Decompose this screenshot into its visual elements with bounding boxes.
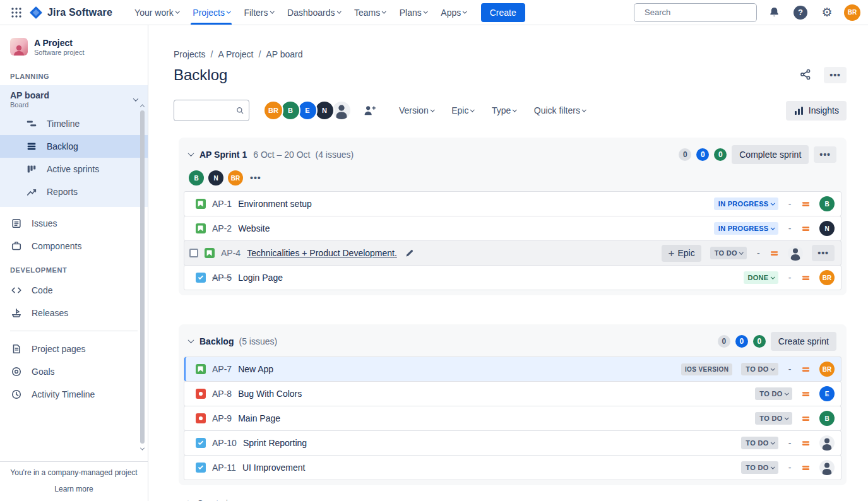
quick-filters[interactable]: Quick filters <box>528 102 592 119</box>
sidebar-item-code[interactable]: Code <box>0 279 148 302</box>
backlog-title[interactable]: Backlog <box>199 336 234 346</box>
status-dropdown[interactable]: TO DO <box>741 437 778 449</box>
avatar-n[interactable]: N <box>208 170 223 186</box>
sidebar-item-activity-timeline[interactable]: Activity Timeline <box>0 383 148 406</box>
breadcrumb-project[interactable]: A Project <box>218 49 253 59</box>
sidebar-scrollbar[interactable] <box>138 102 146 452</box>
status-dropdown[interactable]: TO DO <box>755 387 792 400</box>
issue-row[interactable]: AP-8 Bug With Colors TO DO E <box>184 381 841 406</box>
assignee-avatar[interactable]: E <box>819 386 835 401</box>
board-search-input[interactable] <box>179 105 236 116</box>
share-icon[interactable] <box>794 64 817 86</box>
issue-more-icon[interactable]: ••• <box>812 245 835 261</box>
breadcrumb-board[interactable]: AP board <box>266 49 302 59</box>
assignee-avatar[interactable]: N <box>819 221 835 236</box>
issue-checkbox[interactable] <box>189 249 198 257</box>
issue-row[interactable]: AP-10 Sprint Reporting TO DO - <box>184 430 841 456</box>
create-sprint-button[interactable]: Create sprint <box>771 332 836 351</box>
avatar-br[interactable]: BR <box>228 170 243 186</box>
complete-sprint-button[interactable]: Complete sprint <box>732 145 809 164</box>
collapse-chevron-icon[interactable] <box>188 150 194 156</box>
assignee-avatar-unassigned[interactable] <box>788 245 803 261</box>
status-dropdown[interactable]: TO DO <box>755 412 792 425</box>
breadcrumb-projects[interactable]: Projects <box>174 49 206 59</box>
learn-more-link[interactable]: Learn more <box>8 485 140 493</box>
sidebar-item-components[interactable]: Components <box>0 235 148 257</box>
sidebar-item-project-pages[interactable]: Project pages <box>0 338 148 360</box>
assignee-avatar[interactable]: B <box>819 411 835 426</box>
status-dropdown[interactable]: IN PROGRESS <box>714 222 778 235</box>
issue-row[interactable]: AP-7 New App IOS VERSION TO DO - BR <box>184 357 841 382</box>
status-dropdown[interactable]: TO DO <box>741 461 778 474</box>
settings-gear-icon[interactable]: ⚙ <box>817 3 836 22</box>
sidebar-item-backlog[interactable]: Backlog <box>0 135 148 158</box>
help-icon[interactable]: ? <box>791 3 810 22</box>
issue-row[interactable]: AP-11 UI Improvement TO DO - <box>184 455 841 480</box>
status-dropdown[interactable]: IN PROGRESS <box>714 197 778 210</box>
avatars-more-icon[interactable]: ••• <box>247 170 264 186</box>
jira-logo[interactable]: Jira Software <box>29 6 112 20</box>
sidebar-item-label: Backlog <box>47 141 78 151</box>
nav-apps[interactable]: Apps <box>434 0 473 25</box>
sprint-dates: 6 Oct – 20 Oct <box>253 150 310 160</box>
nav-your-work[interactable]: Your work <box>128 0 186 25</box>
user-avatar[interactable]: BR <box>844 4 860 21</box>
version-filter[interactable]: Version <box>393 102 440 119</box>
scroll-down-icon[interactable] <box>139 445 145 452</box>
issue-row[interactable]: AP-5 Login Page DONE - BR <box>184 265 841 290</box>
scrollbar-thumb[interactable] <box>140 110 145 444</box>
board-search[interactable] <box>174 100 249 121</box>
epic-label[interactable]: IOS VERSION <box>681 363 732 375</box>
issue-row[interactable]: AP-9 Main Page TO DO B <box>184 406 841 431</box>
status-dropdown[interactable]: DONE <box>744 271 778 284</box>
issue-row[interactable]: AP-4 Technicalities + Product Developmen… <box>184 240 841 266</box>
app-switcher-icon[interactable] <box>6 3 27 23</box>
collapse-chevron-icon[interactable] <box>188 337 194 343</box>
type-filter[interactable]: Type <box>485 102 523 119</box>
create-issue-button[interactable]: + Create issue <box>180 494 252 501</box>
topbar: Jira Software Your work Projects Filters… <box>0 0 868 25</box>
assignee-avatar[interactable]: BR <box>819 362 835 377</box>
project-header[interactable]: A Project Software project <box>0 35 148 64</box>
chevron-down-icon <box>175 9 179 13</box>
global-search[interactable] <box>634 3 757 22</box>
sidebar-item-reports[interactable]: Reports <box>0 180 148 203</box>
sidebar-item-goals[interactable]: Goals <box>0 360 148 383</box>
issue-key: AP-8 <box>212 389 232 399</box>
global-search-input[interactable] <box>643 7 757 18</box>
notifications-icon[interactable] <box>764 3 783 22</box>
sidebar-item-active-sprints[interactable]: Active sprints <box>0 158 148 180</box>
assignee-avatar[interactable]: BR <box>819 270 835 285</box>
issue-summary: Main Page <box>238 413 280 423</box>
edit-pencil-icon[interactable] <box>405 249 414 258</box>
epic-filter[interactable]: Epic <box>445 102 480 119</box>
create-button[interactable]: Create <box>481 3 525 22</box>
nav-plans[interactable]: Plans <box>393 0 434 25</box>
nav-teams[interactable]: Teams <box>347 0 393 25</box>
sidebar-item-issues[interactable]: Issues <box>0 212 148 235</box>
board-switcher[interactable]: AP board Board <box>0 86 148 113</box>
nav-filters[interactable]: Filters <box>237 0 280 25</box>
nav-projects[interactable]: Projects <box>186 0 237 25</box>
status-dropdown[interactable]: TO DO <box>741 363 778 375</box>
sprint-more-icon[interactable]: ••• <box>814 146 836 163</box>
issue-row[interactable]: AP-1 Environment setup IN PROGRESS - B <box>184 191 841 216</box>
page-more-icon[interactable]: ••• <box>824 67 847 83</box>
sidebar-item-releases[interactable]: Releases <box>0 302 148 324</box>
add-people-icon[interactable] <box>360 101 379 120</box>
story-icon <box>196 364 206 374</box>
add-epic-button[interactable]: +Epic <box>662 245 701 262</box>
scroll-up-icon[interactable] <box>139 102 145 109</box>
chevron-down-icon <box>133 96 138 101</box>
sidebar-item-timeline[interactable]: Timeline <box>0 112 148 135</box>
nav-dashboards[interactable]: Dashboards <box>280 0 347 25</box>
assignee-avatar-unassigned[interactable] <box>819 460 835 475</box>
avatar-b[interactable]: B <box>189 170 204 186</box>
assignee-avatar-unassigned[interactable] <box>819 435 835 451</box>
status-dropdown[interactable]: TO DO <box>710 247 747 259</box>
insights-button[interactable]: Insights <box>786 101 847 121</box>
issue-row[interactable]: AP-2 Website IN PROGRESS - N <box>184 216 841 241</box>
sprint-name[interactable]: AP Sprint 1 <box>199 150 247 160</box>
avatar-br[interactable]: BR <box>263 100 283 121</box>
assignee-avatar[interactable]: B <box>819 196 835 211</box>
